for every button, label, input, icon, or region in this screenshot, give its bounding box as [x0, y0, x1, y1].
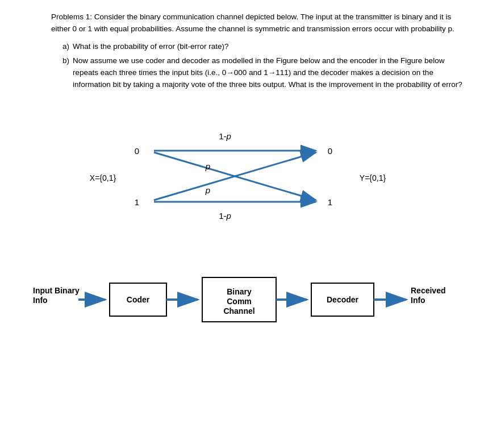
svg-text:Info: Info: [33, 296, 48, 305]
channel-diagram: 1-p p p 1-p 0 1 0 1 X={0,1} Y={0,1}: [72, 102, 412, 250]
part-b: b) Now assume we use coder and decoder a…: [62, 55, 467, 91]
svg-text:Received: Received: [411, 286, 445, 295]
svg-text:Info: Info: [411, 296, 425, 305]
part-b-label: b): [62, 55, 73, 67]
svg-text:Input Binary: Input Binary: [33, 286, 80, 295]
part-b-text: Now assume we use coder and decoder as m…: [73, 55, 467, 91]
svg-text:Y={0,1}: Y={0,1}: [360, 173, 386, 182]
part-a: a) What is the probability of error (bit…: [62, 41, 467, 53]
svg-text:Decoder: Decoder: [327, 295, 359, 304]
svg-text:Channel: Channel: [223, 306, 254, 316]
svg-text:p: p: [205, 185, 210, 195]
problem-title: Problems 1: Consider the binary communic…: [51, 11, 467, 35]
svg-text:Coder: Coder: [127, 295, 150, 304]
part-a-label: a): [62, 41, 73, 53]
part-a-text: What is the probability of error (bit-er…: [73, 41, 229, 53]
svg-text:0: 0: [135, 146, 139, 156]
problem-section: Problems 1: Consider the binary communic…: [51, 11, 467, 91]
svg-text:1-p: 1-p: [219, 131, 231, 141]
svg-text:1: 1: [135, 197, 139, 207]
svg-text:Binary: Binary: [227, 287, 252, 296]
svg-text:1-p: 1-p: [219, 211, 231, 221]
svg-text:Comm: Comm: [227, 297, 252, 306]
block-diagram: Input Binary Info Coder Binary Comm Chan…: [17, 267, 483, 330]
svg-text:0: 0: [328, 146, 332, 156]
svg-text:X={0,1}: X={0,1}: [90, 173, 116, 182]
svg-text:1: 1: [328, 197, 332, 207]
svg-text:p: p: [205, 161, 210, 171]
